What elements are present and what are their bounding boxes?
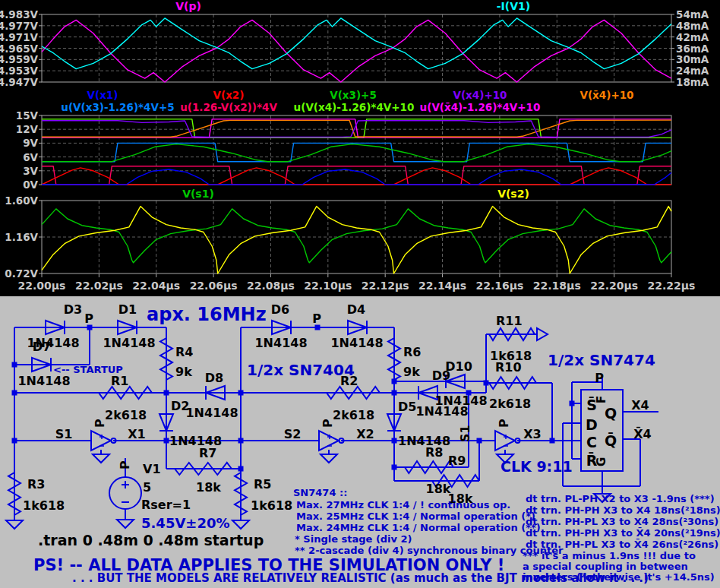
x-axis-label: 22.18µs [533, 280, 581, 292]
trace-label: u(V(x̄4)-1.26)*4V+10 [420, 101, 541, 113]
schematic-label: D10 [445, 359, 472, 374]
waveform-plots[interactable]: 4.983V4.977V4.971V4.965V4.959V4.953V4.94… [0, 0, 720, 296]
schematic-label: dt trn. PL-PH X2 to X3 -1.9ns (***) [526, 493, 715, 504]
y-axis-label: 4.977V [0, 20, 39, 32]
ltspice-window: 4.983V4.977V4.971V4.965V4.959V4.953V4.94… [0, 0, 720, 588]
schematic-label: 9k [175, 365, 192, 379]
schematic-label: V1 [143, 462, 161, 476]
junction-node [12, 438, 17, 444]
schematic-label: P [118, 460, 132, 469]
schematic-label: D8 [205, 371, 223, 385]
schematic-label: 5 [143, 480, 151, 495]
schematic-label: 1N4148 [330, 336, 383, 350]
schematic-label: P [321, 419, 335, 428]
schematic-label: 2k618 [333, 408, 374, 422]
y-axis-label-right: 18mA [676, 76, 709, 88]
schematic-label: dt trn. PH-PH X3 to X4 18ns(²18ns) [526, 504, 720, 516]
schematic-label: dt trn. PH-PL X3 to X̄4 26ns(²26ns) [526, 539, 718, 550]
schematic-label: P [93, 419, 107, 428]
schematic-label: dt trn. PH-PH X3 to X̄4 20ns(²19ns) [526, 527, 720, 539]
schematic-label: apx. 16MHz [147, 304, 267, 325]
schematic-label: R3 [27, 477, 45, 492]
trace-label: V(x2) [213, 89, 245, 101]
schematic-label: P [595, 371, 604, 385]
schematic-label: .tran 0 .48m 0 .48m startup [38, 532, 264, 548]
trace-label: V(s1) [182, 188, 214, 200]
y-axis-label-right: 48mA [676, 20, 709, 32]
schematic-label: X̄4 [633, 426, 651, 441]
schematic-label: R1 [111, 374, 128, 388]
y-axis-label: 4.965V [0, 43, 39, 55]
schematic-label: D3 [64, 302, 82, 317]
x-axis-label: 22.12µs [362, 280, 409, 292]
junction-node [392, 465, 397, 470]
schematic-label: CLK 9:11 [501, 458, 573, 475]
y-axis-label-right: 24mA [676, 65, 709, 77]
schematic-label: D7 [33, 340, 51, 354]
schematic-label: R8 [425, 445, 443, 460]
y-axis-label: 4.983V [0, 8, 39, 21]
schematic-label: R4 [175, 345, 193, 359]
y-axis-label: 0V [23, 179, 38, 191]
trace-V(x2) [42, 168, 671, 185]
trace-label: -I(V1) [497, 0, 530, 12]
schematic-label: P [312, 311, 321, 326]
schematic-label: <-- STARTUP [53, 364, 123, 375]
trace-label: u(V(x3)-1.26)*4V+5 [61, 101, 174, 113]
y-axis-label: 12V [16, 123, 39, 135]
schematic-label: Max. 27MHz CLK 1:4 / ! continuous op. [296, 499, 510, 511]
schematic-label: D4 [347, 302, 365, 317]
schematic-label: D [586, 416, 598, 433]
schematic-label: Max. 24MHz CLK 1:4 / Normal operation (*… [296, 522, 541, 533]
x-axis-label: 22.14µs [418, 280, 466, 292]
trace-u(V(x3)-1.26)*4V+5 [42, 143, 671, 161]
y-axis-label: 4.953V [0, 65, 39, 77]
y-axis-label: 1.60V [5, 194, 38, 207]
schematic-label: 1N4148 [17, 374, 70, 388]
schematic-label: P [84, 311, 93, 326]
schematic-label: a special coupling in between [523, 561, 688, 572]
schematic-label: 1N4148 [415, 404, 468, 419]
junction-node [392, 379, 397, 384]
y-axis-label: 0.72V [5, 267, 38, 280]
schematic-label: 1k618 [490, 349, 532, 363]
y-axis-label-right: 42mA [676, 31, 709, 43]
schematic-editor[interactable]: D31N4148PD11N4148D71N4148R12k618R49kD81N… [0, 296, 720, 588]
waveform-viewer[interactable]: 4.983V4.977V4.971V4.965V4.959V4.953V4.94… [0, 0, 720, 296]
schematic-label: D6 [271, 302, 289, 317]
trace-label: u(1.26-V(x2))*4V [180, 101, 277, 113]
x-axis-label: 22.16µs [475, 280, 523, 292]
schematic-label: 18k [196, 480, 221, 495]
schematic-label: . . . BUT THE MODELS ARE RELATIVELY REAL… [72, 571, 649, 585]
plot-pane-2[interactable]: 15V12V9V6V3V0VV(x1)V(x2)V(x3)+5V(x4)+10V… [16, 89, 671, 191]
x-axis-label: 22.08µs [247, 280, 295, 292]
schematic-label: S1 [55, 427, 73, 441]
junction-node [164, 390, 169, 396]
schematic-label: SN7474 :: [293, 487, 347, 498]
plot-pane-1[interactable]: 4.983V4.977V4.971V4.965V4.959V4.953V4.94… [0, 0, 709, 88]
schematic-label: P [497, 419, 511, 428]
y-axis-label-right: 54mA [676, 8, 709, 21]
schematic-canvas[interactable]: D31N4148PD11N4148D71N4148R12k618R49kD81N… [0, 296, 720, 588]
trace-V(x3)+5 [42, 144, 671, 162]
y-axis-label-right: 36mA [676, 43, 709, 55]
schematic-label: R9 [448, 454, 466, 468]
schematic-label: 1N4148 [185, 406, 238, 420]
trace-V(x1) [42, 169, 671, 185]
y-axis-label: 4.947V [0, 76, 39, 88]
schematic-label: 5.45V±20% [141, 515, 230, 531]
schematic-label: dt trn. PH-PL X3 to X4 28ns(²30ns) [526, 516, 718, 527]
schematic-label: D5 [398, 400, 416, 414]
schematic-label: D2 [171, 399, 189, 413]
x-axis-label: 22.10µs [304, 280, 352, 292]
junction-node [484, 381, 489, 386]
schematic-label: C [586, 434, 597, 450]
x-axis-label: 22.02µs [75, 280, 123, 292]
x-axis-label: 22.22µs [648, 280, 696, 292]
plot-pane-3[interactable]: 1.60V1.16V0.72VV(s1)V(s2) [5, 188, 671, 280]
y-axis-label: 15V [16, 109, 39, 122]
schematic-label: D1 [118, 302, 137, 317]
y-axis-label: 4.959V [0, 53, 39, 65]
trace-u(1.26-V(x2))*4V [42, 166, 671, 185]
y-axis-label: 3V [23, 165, 38, 177]
